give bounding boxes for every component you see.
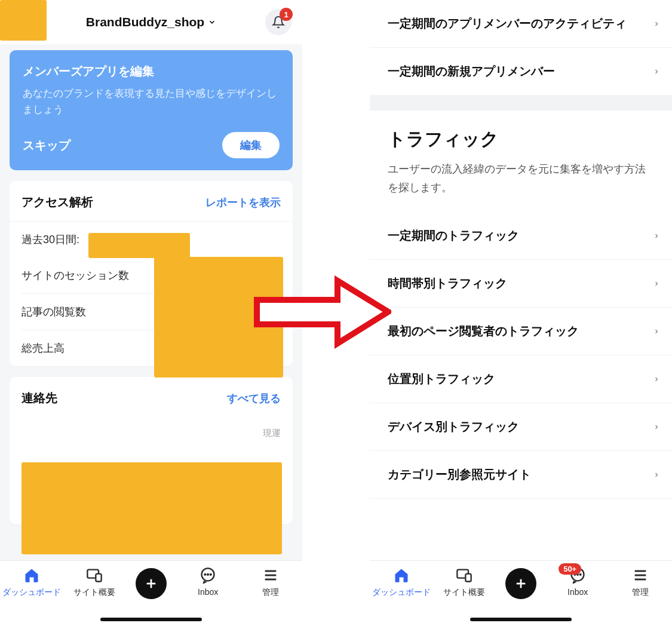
redaction-block [0, 0, 47, 41]
row-label: 一定期間の新規アプリメンバー [388, 63, 555, 79]
row-app-member-activity[interactable]: 一定期間のアプリメンバーのアクティビティ [370, 0, 672, 48]
svg-point-7 [210, 574, 211, 575]
nav-manage[interactable]: 管理 [610, 567, 670, 598]
svg-point-5 [205, 574, 206, 575]
plus-icon [514, 577, 527, 590]
contacts-title: 連絡先 [22, 390, 57, 406]
arrow-annotation [254, 275, 391, 349]
chevron-right-icon [653, 422, 660, 432]
row-traffic-first-page[interactable]: 最初のページ閲覧者のトラフィック [370, 308, 672, 355]
nav-site[interactable]: サイト概要 [65, 567, 124, 598]
left-bottom-nav: ダッシュボード サイト概要 Inbox 管理 [0, 560, 302, 626]
redaction-block [88, 233, 190, 258]
row-label: カテゴリー別参照元サイト [388, 467, 531, 483]
home-icon [23, 567, 40, 584]
svg-point-18 [580, 574, 581, 575]
row-label: 時間帯別トラフィック [388, 275, 507, 291]
nav-site-label: サイト概要 [73, 587, 115, 598]
chevron-right-icon [653, 326, 660, 337]
nav-manage-label: 管理 [632, 587, 649, 598]
nav-add[interactable] [127, 567, 175, 599]
devices-icon [86, 567, 103, 584]
right-screen: 一定期間のアプリメンバーのアクティビティ 一定期間の新規アプリメンバー トラフィ… [370, 0, 672, 626]
row-traffic-by-referrer[interactable]: カテゴリー別参照元サイト [370, 451, 672, 499]
row-label: 一定期間のトラフィック [388, 228, 519, 244]
notification-count-badge: 1 [280, 8, 293, 21]
home-indicator [100, 618, 202, 621]
promo-subtitle: あなたのブランドを表現する見た目や感じをデザインしましょう [23, 85, 280, 118]
chat-icon [200, 567, 216, 584]
nav-dashboard-label: ダッシュボード [2, 587, 61, 598]
chevron-right-icon [653, 19, 660, 29]
edit-button[interactable]: 編集 [222, 132, 280, 158]
traffic-section-title: トラフィック [370, 111, 672, 160]
analytics-title: アクセス解析 [22, 194, 93, 210]
nav-inbox-label: Inbox [198, 587, 218, 597]
promo-title: メンバーズアプリを編集 [23, 63, 280, 79]
notifications-button[interactable]: 1 [265, 9, 291, 35]
nav-inbox[interactable]: 50+ Inbox [548, 567, 607, 597]
brand-name: BrandBuddyz_shop [86, 15, 204, 29]
plus-icon [145, 577, 158, 590]
inbox-count-badge: 50+ [559, 563, 581, 575]
chevron-right-icon [653, 374, 660, 385]
row-label: 位置別トラフィック [388, 371, 495, 387]
svg-rect-1 [96, 574, 101, 582]
menu-icon [632, 567, 649, 584]
svg-rect-12 [465, 574, 471, 582]
right-content: 一定期間のアプリメンバーのアクティビティ 一定期間の新規アプリメンバー トラフィ… [370, 0, 672, 560]
nav-add[interactable] [497, 567, 545, 599]
chevron-down-icon [208, 18, 216, 26]
view-all-contacts-link[interactable]: すべて見る [227, 391, 281, 406]
promo-card: メンバーズアプリを編集 あなたのブランドを表現する見た目や感じをデザインしましょ… [10, 50, 293, 170]
row-label: 最初のページ閲覧者のトラフィック [388, 323, 579, 339]
nav-dashboard-label: ダッシュボード [372, 587, 431, 598]
skip-button[interactable]: スキップ [23, 137, 70, 154]
contacts-hint: 現運 [263, 428, 281, 438]
plus-button[interactable] [505, 568, 536, 599]
menu-icon [262, 567, 279, 584]
row-traffic-by-device[interactable]: デバイス別トラフィック [370, 403, 672, 451]
row-label: 一定期間のアプリメンバーのアクティビティ [388, 16, 627, 32]
chevron-right-icon [653, 66, 660, 77]
nav-manage-label: 管理 [262, 587, 279, 598]
nav-manage[interactable]: 管理 [241, 567, 300, 598]
row-traffic-by-time[interactable]: 時間帯別トラフィック [370, 260, 672, 308]
redaction-block [22, 462, 282, 554]
chevron-right-icon [653, 231, 660, 241]
view-report-link[interactable]: レポートを表示 [205, 195, 281, 210]
nav-inbox-label: Inbox [567, 587, 588, 597]
chevron-right-icon [653, 278, 660, 289]
svg-point-6 [207, 574, 208, 575]
traffic-section-subtitle: ユーザーの流入経緯のデータを元に集客を増やす方法を探します。 [370, 160, 672, 201]
home-icon [393, 567, 410, 584]
chevron-right-icon [653, 470, 660, 480]
nav-dashboard[interactable]: ダッシュボード [372, 567, 431, 598]
row-new-app-members[interactable]: 一定期間の新規アプリメンバー [370, 48, 672, 95]
row-traffic-by-location[interactable]: 位置別トラフィック [370, 355, 672, 403]
nav-site[interactable]: サイト概要 [434, 567, 494, 598]
right-bottom-nav: ダッシュボード サイト概要 50+ Inbox 管理 [370, 560, 672, 626]
nav-inbox[interactable]: Inbox [178, 567, 238, 597]
row-label: デバイス別トラフィック [388, 419, 519, 435]
plus-button[interactable] [136, 568, 167, 599]
devices-icon [456, 567, 472, 584]
nav-site-label: サイト概要 [443, 587, 485, 598]
home-indicator [470, 618, 572, 621]
nav-dashboard[interactable]: ダッシュボード [2, 567, 62, 598]
row-traffic-period[interactable]: 一定期間のトラフィック [370, 212, 672, 260]
